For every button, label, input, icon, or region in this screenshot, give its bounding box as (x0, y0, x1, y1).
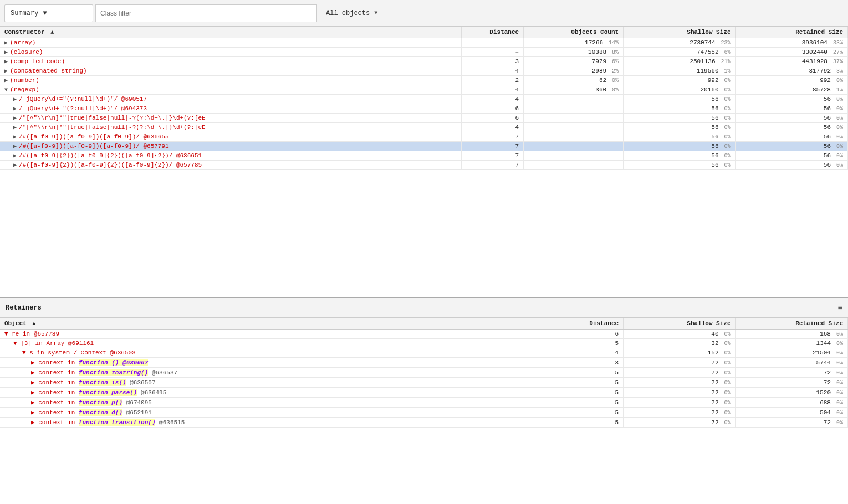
distance-lower-cell: 5 (561, 388, 623, 398)
expand-icon[interactable]: ▶ (4, 40, 8, 46)
col-retained-size[interactable]: Retained Size (735, 27, 847, 38)
lower-table-row[interactable]: ▼ s in system / Context @636503 4 152 0%… (0, 348, 848, 358)
upper-table-row[interactable]: ▼(regexp) 4 360 0% 20160 0% 85728 1% (0, 85, 848, 95)
lower-table-row[interactable]: ▶ context in function transition() @6365… (0, 418, 848, 428)
object-cell: ▶ context in function p() @674095 (0, 398, 561, 408)
lower-table-row[interactable]: ▶ context in function is() @636507 5 72 … (0, 378, 848, 388)
upper-table-row[interactable]: ▶/#([a-f0-9]{2})([a-f0-9]{2})([a-f0-9]{2… (0, 151, 848, 161)
lower-table-row[interactable]: ▶ context in function toString() @636537… (0, 368, 848, 378)
upper-table-row[interactable]: ▶/ jQuery\d+="(?:null|\d+)"/ @690517 4 5… (0, 95, 848, 104)
retained-size-cell: 317792 3% (735, 66, 847, 76)
object-cell: ▶ context in function is() @636507 (0, 378, 561, 388)
distance-cell: 6 (461, 114, 523, 123)
upper-table-row[interactable]: ▶(number) 2 62 0% 992 0% 992 0% (0, 76, 848, 85)
distance-lower-cell: 5 (561, 398, 623, 408)
retained-size-cell: 3936104 33% (735, 38, 847, 48)
lower-table-header-row: Object ▲ Distance Shallow Size Retained … (0, 318, 848, 330)
expand-icon[interactable]: ▶ (13, 162, 17, 168)
summary-dropdown[interactable]: Summary ▼ (4, 4, 93, 22)
constructor-cell: ▶/"[^"\\r\n]*"|true|false|null|-?(?:\d+\… (0, 114, 461, 123)
expand-icon[interactable]: ▼ (4, 87, 8, 93)
objects-count-cell: 2989 2% (524, 66, 624, 76)
expand-icon[interactable]: ▶ (4, 78, 8, 84)
distance-cell: 4 (461, 95, 523, 104)
objects-count-cell (524, 114, 624, 123)
retained-size-lower-cell: 504 0% (735, 408, 847, 418)
upper-table-row[interactable]: ▶/ jQuery\d+="(?:null|\d+)"/ @694373 6 5… (0, 104, 848, 114)
expand-icon[interactable]: ▶ (13, 134, 17, 140)
retained-size-lower-cell: 21504 0% (735, 348, 847, 358)
distance-lower-cell: 5 (561, 368, 623, 378)
objects-count-cell (524, 95, 624, 104)
upper-table-row[interactable]: ▶/#([a-f0-9])([a-f0-9])([a-f0-9])/ @6366… (0, 132, 848, 142)
retained-size-cell: 56 0% (735, 142, 847, 151)
constructor-cell: ▶/#([a-f0-9])([a-f0-9])([a-f0-9])/ @6366… (0, 132, 461, 142)
lower-table: Object ▲ Distance Shallow Size Retained … (0, 318, 848, 428)
object-cell: ▶ context in function toString() @636537 (0, 368, 561, 378)
class-filter-input[interactable] (95, 4, 317, 22)
shallow-size-lower-cell: 72 0% (624, 378, 735, 388)
col-shallow-size-lower[interactable]: Shallow Size (624, 318, 735, 330)
retained-size-lower-cell: 1520 0% (735, 388, 847, 398)
upper-table-row[interactable]: ▶(compiled code) 3 7979 6% 2501136 21% 4… (0, 57, 848, 66)
upper-table-row[interactable]: ▶/#([a-f0-9]{2})([a-f0-9]{2})([a-f0-9]{2… (0, 161, 848, 170)
expand-icon[interactable]: ▶ (13, 115, 17, 121)
upper-table-row[interactable]: ▶/"[^"\\r\n]*"|true|false|null|-?(?:\d+\… (0, 114, 848, 123)
shallow-size-cell: 20160 0% (624, 85, 735, 95)
upper-table-body: ▶(array) – 17266 14% 2730744 23% 3936104… (0, 38, 848, 170)
distance-cell: 4 (461, 123, 523, 132)
shallow-size-lower-cell: 40 0% (624, 330, 735, 339)
constructor-cell: ▶(array) (0, 38, 461, 48)
objects-count-cell: 10388 8% (524, 48, 624, 57)
objects-count-cell (524, 104, 624, 114)
lower-table-body: ▼ re in @657789 6 40 0% 168 0% ▼ [3] in … (0, 330, 848, 428)
expand-icon[interactable]: ▶ (4, 68, 8, 74)
col-objects-count[interactable]: Objects Count (524, 27, 624, 38)
retained-size-cell: 56 0% (735, 104, 847, 114)
upper-table-row[interactable]: ▶(closure) – 10388 8% 747552 6% 3302440 … (0, 48, 848, 57)
object-cell: ▼ re in @657789 (0, 330, 561, 339)
upper-table-row[interactable]: ▶(array) – 17266 14% 2730744 23% 3936104… (0, 38, 848, 48)
lower-table-row[interactable]: ▶ context in function () @636667 3 72 0%… (0, 358, 848, 368)
lower-table-row[interactable]: ▼ re in @657789 6 40 0% 168 0% (0, 330, 848, 339)
distance-cell: – (461, 48, 523, 57)
object-cell: ▶ context in function d() @652191 (0, 408, 561, 418)
distance-cell: 7 (461, 151, 523, 161)
distance-lower-cell: 5 (561, 378, 623, 388)
col-retained-size-lower[interactable]: Retained Size (735, 318, 847, 330)
expand-icon[interactable]: ▶ (4, 49, 8, 55)
col-distance-lower[interactable]: Distance (561, 318, 623, 330)
expand-icon[interactable]: ▶ (13, 106, 17, 112)
col-shallow-size[interactable]: Shallow Size (624, 27, 735, 38)
col-distance[interactable]: Distance (461, 27, 523, 38)
retained-size-cell: 3302440 27% (735, 48, 847, 57)
lower-table-row[interactable]: ▶ context in function d() @652191 5 72 0… (0, 408, 848, 418)
constructor-cell: ▶(compiled code) (0, 57, 461, 66)
retained-size-cell: 56 0% (735, 95, 847, 104)
shallow-size-cell: 56 0% (624, 161, 735, 170)
all-objects-dropdown[interactable]: All objects ▼ (319, 4, 384, 22)
expand-icon[interactable]: ▶ (4, 59, 8, 65)
lower-table-row[interactable]: ▼ [3] in Array @691161 5 32 0% 1344 0% (0, 339, 848, 348)
distance-cell: 7 (461, 161, 523, 170)
lower-table-row[interactable]: ▶ context in function p() @674095 5 72 0… (0, 398, 848, 408)
expand-icon[interactable]: ▶ (13, 96, 17, 102)
lower-table-row[interactable]: ▶ context in function parse() @636495 5 … (0, 388, 848, 398)
expand-icon[interactable]: ▶ (13, 153, 17, 159)
distance-cell: 4 (461, 85, 523, 95)
retainers-menu-icon[interactable]: ≡ (838, 304, 842, 312)
retained-size-lower-cell: 72 0% (735, 378, 847, 388)
expand-icon[interactable]: ▶ (13, 143, 17, 150)
shallow-size-cell: 56 0% (624, 123, 735, 132)
upper-table-row[interactable]: ▶(concatenated string) 4 2989 2% 119560 … (0, 66, 848, 76)
col-constructor[interactable]: Constructor ▲ (0, 27, 461, 38)
upper-table-row[interactable]: ▶/#([a-f0-9])([a-f0-9])([a-f0-9])/ @6577… (0, 142, 848, 151)
shallow-size-lower-cell: 32 0% (624, 339, 735, 348)
expand-icon[interactable]: ▶ (13, 125, 17, 131)
col-object[interactable]: Object ▲ (0, 318, 561, 330)
distance-cell: 6 (461, 104, 523, 114)
upper-table-row[interactable]: ▶/"[^"\\r\n]*"|true|false|null|-?(?:\d+\… (0, 123, 848, 132)
distance-cell: 7 (461, 142, 523, 151)
shallow-size-cell: 119560 1% (624, 66, 735, 76)
objects-count-cell (524, 161, 624, 170)
